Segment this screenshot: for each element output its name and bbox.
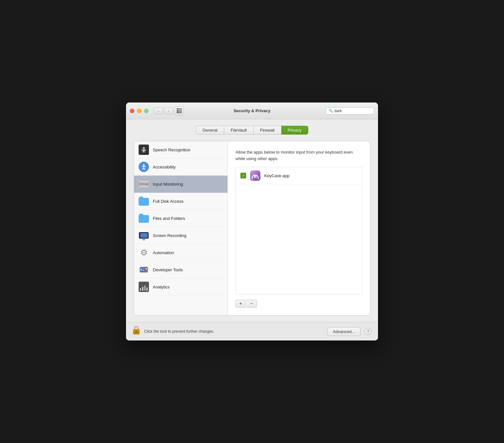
grid-icon xyxy=(177,108,182,113)
list-controls: + − xyxy=(236,300,362,308)
tab-privacy[interactable]: Privacy xyxy=(281,126,309,135)
lock-text: Click the lock to prevent further change… xyxy=(144,329,323,334)
bottom-bar: Click the lock to prevent further change… xyxy=(126,322,378,340)
lock-keyhole xyxy=(136,331,137,333)
close-button[interactable] xyxy=(130,109,134,113)
sidebar-item-automation[interactable]: ⚙ Automation xyxy=(134,244,227,261)
app-checkbox-keycastr[interactable]: ✓ xyxy=(240,173,246,178)
keyboard-icon xyxy=(139,179,149,189)
lock-body xyxy=(133,329,140,334)
help-button[interactable]: ? xyxy=(364,328,372,335)
screen-icon xyxy=(139,230,149,241)
sidebar-item-developer-tools[interactable]: ⚒ Developer Tools xyxy=(134,261,227,278)
remove-app-button[interactable]: − xyxy=(247,300,257,308)
folder-blue-icon xyxy=(139,196,149,206)
keycastr-app-icon: ⌘ xyxy=(250,170,260,181)
tabs-row: General FileVault Firewall Privacy xyxy=(134,126,370,135)
main-window: ‹ › Security & Privacy 🔍 ⊗ General FileV… xyxy=(126,103,378,340)
content-area: General FileVault Firewall Privacy xyxy=(126,119,378,322)
apps-list: ✓ ⌘ KeyCastr.app xyxy=(236,167,362,295)
svg-text:⚒: ⚒ xyxy=(145,268,148,270)
tab-filevault[interactable]: FileVault xyxy=(224,126,254,135)
accessibility-icon xyxy=(139,162,149,172)
advanced-button[interactable]: Advanced... xyxy=(327,327,361,336)
keycastr-cmd-symbol: ⌘ xyxy=(254,175,257,178)
sidebar-item-input-monitoring[interactable]: Input Monitoring xyxy=(134,176,227,193)
nav-buttons: ‹ › xyxy=(154,108,173,114)
sidebar-item-accessibility[interactable]: Accessibility xyxy=(134,158,227,176)
speech-icon xyxy=(139,145,149,155)
sidebar-label-analytics: Analytics xyxy=(153,285,170,289)
gear-icon: ⚙ xyxy=(139,247,149,258)
tab-firewall[interactable]: Firewall xyxy=(254,126,281,135)
panel-description: Allow the apps below to monitor input fr… xyxy=(236,149,362,162)
maximize-button[interactable] xyxy=(144,109,149,113)
search-box[interactable]: 🔍 ⊗ xyxy=(326,107,374,114)
sidebar-label-full-disk-access: Full Disk Access xyxy=(153,199,184,204)
app-name-keycastr: KeyCastr.app xyxy=(264,173,289,178)
sidebar: Speech Recognition xyxy=(134,141,228,315)
window-title: Security & Privacy xyxy=(234,108,270,113)
app-item-keycastr: ✓ ⌘ KeyCastr.app xyxy=(236,167,362,184)
sidebar-item-full-disk-access[interactable]: Full Disk Access xyxy=(134,193,227,210)
sidebar-item-screen-recording[interactable]: Screen Recording xyxy=(134,227,227,244)
add-app-button[interactable]: + xyxy=(236,300,246,308)
titlebar: ‹ › Security & Privacy 🔍 ⊗ xyxy=(126,103,378,119)
search-icon: 🔍 xyxy=(329,109,333,113)
developer-tools-icon: ⚒ xyxy=(139,265,149,275)
sidebar-label-accessibility: Accessibility xyxy=(153,165,176,169)
minimize-button[interactable] xyxy=(137,109,142,113)
search-input[interactable] xyxy=(334,109,378,113)
sidebar-label-files-and-folders: Files and Folders xyxy=(153,216,185,221)
lock-icon[interactable] xyxy=(132,326,140,337)
sidebar-label-speech-recognition: Speech Recognition xyxy=(153,147,190,152)
tab-general[interactable]: General xyxy=(196,126,224,135)
grid-view-button[interactable] xyxy=(174,106,184,115)
forward-button[interactable]: › xyxy=(164,108,173,114)
sidebar-label-developer-tools: Developer Tools xyxy=(153,267,183,272)
analytics-icon xyxy=(139,282,149,292)
back-button[interactable]: ‹ xyxy=(154,108,163,114)
sidebar-item-analytics[interactable]: Analytics xyxy=(134,278,227,296)
right-panel: Allow the apps below to monitor input fr… xyxy=(228,141,370,315)
sidebar-label-screen-recording: Screen Recording xyxy=(153,233,186,238)
sidebar-item-speech-recognition[interactable]: Speech Recognition xyxy=(134,141,227,158)
svg-point-6 xyxy=(143,164,145,166)
traffic-lights xyxy=(130,109,149,113)
sidebar-label-automation: Automation xyxy=(153,250,174,255)
svg-line-10 xyxy=(144,168,145,170)
sidebar-label-input-monitoring: Input Monitoring xyxy=(153,182,183,187)
sidebar-item-files-and-folders[interactable]: Files and Folders xyxy=(134,210,227,227)
main-panel: Speech Recognition xyxy=(134,141,370,316)
folder2-blue-icon xyxy=(139,213,149,223)
